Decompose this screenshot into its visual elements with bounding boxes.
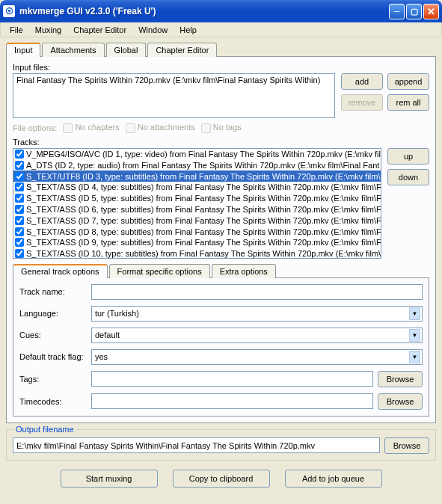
main-tabstrip: Input Attachments Global Chapter Editor	[6, 42, 436, 56]
track-row[interactable]: A_DTS (ID 2, type: audio) from Final Fan…	[13, 159, 381, 170]
output-path-input[interactable]	[13, 437, 380, 453]
track-row[interactable]: S_TEXT/ASS (ID 6, type: subtitles) from …	[13, 204, 381, 215]
tags-input[interactable]	[91, 371, 373, 387]
copy-clipboard-button[interactable]: Copy to clipboard	[173, 470, 270, 488]
track-checkbox[interactable]	[15, 227, 24, 236]
remove-button[interactable]: remove	[341, 94, 383, 111]
track-label: S_TEXT/UTF8 (ID 3, type: subtitles) from…	[26, 172, 381, 181]
tab-format-specific[interactable]: Format specific options	[109, 264, 210, 278]
general-track-panel: Track name: Language: tur (Turkish)▼ Cue…	[13, 277, 429, 417]
tab-general-track[interactable]: General track options	[13, 264, 108, 278]
chevron-down-icon: ▼	[409, 307, 420, 320]
cues-label: Cues:	[19, 331, 91, 339]
menubar: File Muxing Chapter Editor Window Help	[0, 22, 442, 37]
track-checkbox[interactable]	[15, 161, 24, 170]
no-attachments-checkbox[interactable]: No attachments	[126, 123, 195, 133]
output-legend: Output filename	[13, 425, 77, 434]
input-files-label: Input files:	[13, 63, 429, 72]
track-row[interactable]: S_TEXT/ASS (ID 10, type: subtitles) from…	[13, 248, 381, 259]
minimize-button[interactable]: ─	[389, 4, 405, 19]
input-panel: Input files: Final Fantasy The Spirits W…	[6, 56, 436, 423]
input-file-item[interactable]: Final Fantasy The Spirits Within 720p.mk…	[16, 76, 331, 84]
tags-browse-button[interactable]: Browse	[378, 371, 423, 387]
track-checkbox[interactable]	[15, 150, 24, 159]
track-row[interactable]: S_TEXT/ASS (ID 7, type: subtitles) from …	[13, 215, 381, 226]
track-checkbox[interactable]	[15, 216, 24, 225]
track-checkbox[interactable]	[15, 205, 24, 214]
track-row[interactable]: S_TEXT/UTF8 (ID 3, type: subtitles) from…	[13, 170, 381, 182]
tab-attachments[interactable]: Attachments	[42, 43, 104, 57]
tags-label: Tags:	[19, 375, 91, 384]
tracks-label: Tracks:	[13, 138, 429, 147]
track-checkbox[interactable]	[15, 249, 24, 258]
add-job-queue-button[interactable]: Add to job queue	[285, 470, 382, 488]
start-muxing-button[interactable]: Start muxing	[61, 470, 158, 488]
timecodes-input[interactable]	[91, 393, 373, 409]
menu-file[interactable]: File	[4, 24, 29, 36]
tab-global[interactable]: Global	[106, 43, 147, 57]
file-options: File options: No chapters No attachments…	[13, 123, 429, 133]
maximize-button[interactable]: ▢	[406, 4, 422, 19]
app-icon: ⦿	[3, 5, 15, 17]
track-label: A_DTS (ID 2, type: audio) from Final Fan…	[26, 161, 379, 170]
default-flag-select[interactable]: yes▼	[91, 349, 423, 365]
timecodes-browse-button[interactable]: Browse	[378, 393, 423, 410]
default-flag-label: Default track flag:	[19, 352, 91, 361]
tracks-list[interactable]: V_MPEG4/ISO/AVC (ID 1, type: video) from…	[13, 148, 381, 259]
tab-chapter-editor[interactable]: Chapter Editor	[147, 43, 217, 57]
track-name-input[interactable]	[91, 284, 423, 300]
track-label: S_TEXT/ASS (ID 7, type: subtitles) from …	[26, 216, 381, 225]
track-row[interactable]: V_MPEG4/ISO/AVC (ID 1, type: video) from…	[13, 149, 381, 160]
timecodes-label: Timecodes:	[19, 397, 91, 406]
titlebar: ⦿ mkvmerge GUI v2.3.0 ('Freak U') ─ ▢ ✕	[0, 0, 442, 22]
track-row[interactable]: S_TEXT/ASS (ID 4, type: subtitles) from …	[13, 182, 381, 193]
no-chapters-checkbox[interactable]: No chapters	[63, 123, 119, 133]
track-label: S_TEXT/ASS (ID 5, type: subtitles) from …	[26, 194, 381, 203]
menu-help[interactable]: Help	[174, 24, 203, 36]
track-label: S_TEXT/ASS (ID 10, type: subtitles) from…	[26, 249, 381, 258]
tab-extra-options[interactable]: Extra options	[212, 264, 276, 278]
append-button[interactable]: append	[387, 73, 429, 90]
track-row[interactable]: S_TEXT/ASS (ID 9, type: subtitles) from …	[13, 237, 381, 248]
track-name-label: Track name:	[19, 287, 91, 296]
track-label: S_TEXT/ASS (ID 6, type: subtitles) from …	[26, 205, 381, 214]
track-checkbox[interactable]	[15, 238, 24, 247]
track-row[interactable]: S_TEXT/ASS (ID 8, type: subtitles) from …	[13, 226, 381, 237]
track-row[interactable]: S_TEXT/ASS (ID 5, type: subtitles) from …	[13, 193, 381, 204]
track-checkbox[interactable]	[15, 172, 24, 181]
remove-all-button[interactable]: rem all	[387, 94, 429, 111]
track-checkbox[interactable]	[15, 182, 24, 191]
language-label: Language:	[19, 309, 91, 318]
input-files-list[interactable]: Final Fantasy The Spirits Within 720p.mk…	[13, 73, 335, 118]
no-tags-checkbox[interactable]: No tags	[201, 123, 242, 133]
up-button[interactable]: up	[387, 148, 429, 165]
menu-muxing[interactable]: Muxing	[29, 24, 67, 36]
file-options-label: File options:	[13, 123, 57, 132]
chevron-down-icon: ▼	[409, 351, 420, 363]
track-options-tabstrip: General track options Format specific op…	[13, 263, 429, 277]
track-label: S_TEXT/ASS (ID 9, type: subtitles) from …	[26, 238, 381, 247]
down-button[interactable]: down	[387, 169, 429, 185]
close-button[interactable]: ✕	[423, 4, 439, 19]
output-fieldset: Output filename Browse	[6, 429, 436, 461]
cues-select[interactable]: default▼	[91, 328, 423, 343]
tab-input[interactable]: Input	[6, 43, 40, 57]
language-select[interactable]: tur (Turkish)▼	[91, 306, 423, 322]
output-browse-button[interactable]: Browse	[384, 437, 429, 454]
bottom-buttons: Start muxing Copy to clipboard Add to jo…	[6, 470, 436, 488]
track-checkbox[interactable]	[15, 194, 24, 203]
window-title: mkvmerge GUI v2.3.0 ('Freak U')	[19, 6, 387, 16]
track-label: S_TEXT/ASS (ID 8, type: subtitles) from …	[26, 227, 381, 236]
chevron-down-icon: ▼	[409, 329, 420, 342]
track-label: V_MPEG4/ISO/AVC (ID 1, type: video) from…	[26, 150, 381, 159]
track-label: S_TEXT/ASS (ID 4, type: subtitles) from …	[26, 182, 381, 191]
menu-window[interactable]: Window	[132, 24, 174, 36]
menu-chapter-editor[interactable]: Chapter Editor	[67, 24, 132, 36]
add-button[interactable]: add	[341, 73, 383, 90]
